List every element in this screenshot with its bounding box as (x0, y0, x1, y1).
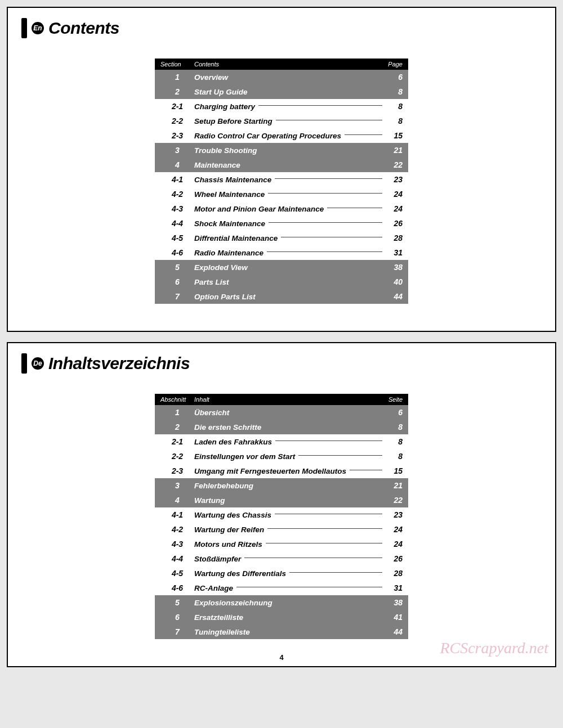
toc-page: 8 (386, 102, 403, 111)
toc-title-text: Wheel Maintenance (194, 190, 265, 199)
toc-page: 28 (386, 233, 403, 242)
toc-row: 4-6Radio Maintenance31 (155, 245, 408, 260)
leader-line-icon (244, 558, 382, 558)
toc-title-text: Laden des Fahrakkus (194, 438, 272, 446)
toc-page: 8 (386, 116, 403, 125)
leader-line-icon (275, 514, 382, 514)
toc-title-text: Wartung der Reifen (194, 525, 264, 534)
toc-page: 21 (386, 146, 403, 155)
toc-page: 31 (386, 248, 403, 257)
toc-row: 4-5Wartung des Differentials28 (155, 566, 408, 581)
th-section: Abschnitt (160, 396, 194, 403)
toc-section: 4-1 (160, 175, 194, 184)
toc-section: 4-4 (160, 219, 194, 228)
toc-page: 23 (386, 175, 403, 184)
toc-row: 2-3Umgang mit Ferngesteuerten Modellauto… (155, 464, 408, 478)
toc-rows-de: 1Übersicht62Die ersten Schritte82-1Laden… (155, 405, 408, 639)
toc-title-text: Ersatzteilliste (194, 613, 243, 622)
toc-title-text: Die ersten Schritte (194, 423, 261, 432)
th-contents: Contents (194, 61, 380, 68)
toc-page: 6 (386, 408, 403, 417)
toc-title-text: Exploded View (194, 263, 248, 272)
toc-section: 2 (160, 87, 194, 96)
toc-title-text: Trouble Shooting (194, 146, 257, 155)
toc-row: 3Trouble Shooting21 (155, 143, 408, 158)
toc-page: 15 (386, 466, 403, 475)
toc-title: Umgang mit Ferngesteuerten Modellautos (194, 467, 386, 475)
toc-title: Charging battery (194, 102, 386, 111)
toc-page: 8 (386, 452, 403, 461)
toc-row: 6Parts List40 (155, 275, 408, 289)
toc-title: Motor and Pinion Gear Maintenance (194, 205, 386, 213)
toc-title-text: Option Parts List (194, 293, 256, 301)
toc-section: 4-3 (160, 540, 194, 549)
toc-row: 5Explosionszeichnung38 (155, 595, 408, 610)
toc-title: Einstellungen vor dem Start (194, 452, 386, 461)
toc-title: Laden des Fahrakkus (194, 438, 386, 446)
toc-title: Setup Before Starting (194, 117, 386, 125)
toc-section: 5 (160, 263, 194, 272)
toc-row: 4-4Shock Maintenance26 (155, 216, 408, 231)
page-number: 4 (279, 653, 283, 662)
th-page: Page (380, 61, 403, 68)
toc-section: 4-2 (160, 525, 194, 534)
leader-line-icon (258, 105, 382, 106)
toc-title-text: Explosionszeichnung (194, 599, 272, 607)
toc-row: 4-2Wheel Maintenance24 (155, 187, 408, 201)
toc-section: 7 (160, 627, 194, 636)
toc-section: 5 (160, 598, 194, 607)
toc-row: 2Start Up Guide8 (155, 84, 408, 99)
toc-title: Shock Maintenance (194, 219, 386, 228)
toc-row: 4-6RC-Anlage31 (155, 581, 408, 595)
page-de: De Inhaltsverzeichnis Abschnitt Inhalt S… (7, 342, 556, 667)
toc-section: 4-3 (160, 204, 194, 213)
toc-section: 2-3 (160, 466, 194, 475)
toc-row: 6Ersatzteilliste41 (155, 610, 408, 624)
toc-title-text: Wartung (194, 496, 225, 505)
toc-title-text: Maintenance (194, 161, 240, 169)
toc-title-text: Overview (194, 73, 228, 82)
toc-page: 22 (386, 496, 403, 505)
toc-section: 2 (160, 423, 194, 432)
toc-section: 3 (160, 146, 194, 155)
leader-line-icon (327, 208, 382, 208)
page-en: En Contents Section Contents Page 1Overv… (7, 7, 556, 332)
leader-line-icon (350, 470, 382, 470)
leader-line-icon (275, 178, 382, 179)
toc-row: 4Maintenance22 (155, 158, 408, 172)
toc-header-en: Section Contents Page (155, 59, 408, 70)
toc-page: 38 (386, 598, 403, 607)
toc-section: 7 (160, 292, 194, 301)
toc-row: 5Exploded View38 (155, 260, 408, 275)
toc-page: 6 (386, 73, 403, 82)
toc-title: Wartung des Differentials (194, 569, 386, 578)
heading-bar-icon (21, 353, 27, 374)
toc-row: 1Overview6 (155, 70, 408, 84)
toc-en: Section Contents Page 1Overview62Start U… (155, 59, 408, 304)
toc-page: 28 (386, 569, 403, 578)
toc-section: 4-6 (160, 583, 194, 592)
toc-row: 4-4Stoßdämpfer26 (155, 551, 408, 566)
heading-title-de: Inhaltsverzeichnis (48, 354, 190, 373)
toc-section: 3 (160, 481, 194, 490)
toc-title: Radio Maintenance (194, 249, 386, 257)
toc-title: Start Up Guide (194, 88, 386, 96)
toc-title: Tuningteileliste (194, 628, 386, 636)
toc-title: Die ersten Schritte (194, 423, 386, 432)
toc-title-text: Start Up Guide (194, 88, 248, 96)
toc-row: 4-1Chassis Maintenance23 (155, 172, 408, 187)
toc-title: Chassis Maintenance (194, 176, 386, 184)
toc-page: 8 (386, 437, 403, 446)
toc-row: 2-2Einstellungen vor dem Start8 (155, 449, 408, 464)
leader-line-icon (266, 543, 382, 543)
toc-title-text: Wartung des Chassis (194, 511, 271, 519)
toc-title: Wartung (194, 496, 386, 505)
toc-title: Trouble Shooting (194, 146, 386, 155)
toc-title-text: Chassis Maintenance (194, 176, 271, 184)
toc-section: 4 (160, 496, 194, 505)
toc-page: 24 (386, 204, 403, 213)
toc-row: 4-1Wartung des Chassis23 (155, 507, 408, 522)
toc-title: Explosionszeichnung (194, 599, 386, 607)
th-page: Seite (380, 396, 403, 403)
th-section: Section (160, 61, 194, 68)
